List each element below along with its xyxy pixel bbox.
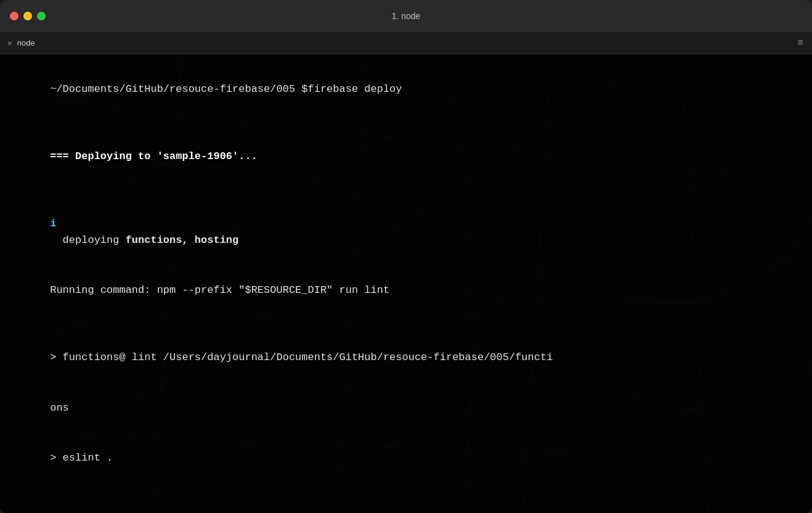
info-icon-1: i: [50, 218, 56, 229]
tab-label[interactable]: node: [17, 38, 35, 47]
functions-lint-line-2: ons: [12, 383, 800, 433]
close-button[interactable]: [10, 12, 18, 20]
eslint-line: > eslint .: [12, 433, 800, 483]
functions-lint-text-1: > functions@ lint /Users/dayjournal/Docu…: [50, 351, 553, 363]
terminal-body: ~/Documents/GitHub/resouce-firebase/005 …: [0, 54, 812, 513]
empty-line-4: [12, 483, 800, 500]
tab-bar: ✕ node ≡: [0, 32, 812, 54]
info-deploying-line: i deploying functions, hosting: [12, 199, 800, 266]
terminal-window: 1. node ✕ node ≡ ~/Documents/GitHub/reso…: [0, 0, 812, 513]
empty-line-3: [12, 316, 800, 332]
deploying-text: === Deploying to 'sample-1906'...: [50, 150, 258, 162]
traffic-lights: [10, 12, 46, 20]
functions-lint-text-2: ons: [50, 402, 69, 414]
status-line-0: ✔ functions: Finished running predeploy …: [12, 500, 800, 513]
eslint-text: > eslint .: [50, 452, 113, 464]
functions-lint-line-1: > functions@ lint /Users/dayjournal/Docu…: [12, 332, 800, 383]
running-command-text: Running command: npm --prefix "$RESOURCE…: [50, 284, 389, 296]
empty-line-2: [12, 181, 800, 198]
info-deploying-text: deploying functions, hosting: [50, 234, 238, 246]
minimize-button[interactable]: [23, 12, 32, 20]
tab-close-icon[interactable]: ✕: [7, 38, 12, 48]
window-title: 1. node: [392, 11, 421, 21]
prompt-line: ~/Documents/GitHub/resouce-firebase/005 …: [12, 64, 800, 115]
deploying-line: === Deploying to 'sample-1906'...: [12, 131, 800, 182]
maximize-button[interactable]: [37, 12, 46, 20]
title-bar: 1. node: [0, 0, 812, 32]
empty-line-1: [12, 115, 800, 131]
prompt-text: ~/Documents/GitHub/resouce-firebase/005 …: [50, 83, 402, 95]
running-command-line: Running command: npm --prefix "$RESOURCE…: [12, 265, 800, 316]
hamburger-icon[interactable]: ≡: [797, 38, 803, 49]
